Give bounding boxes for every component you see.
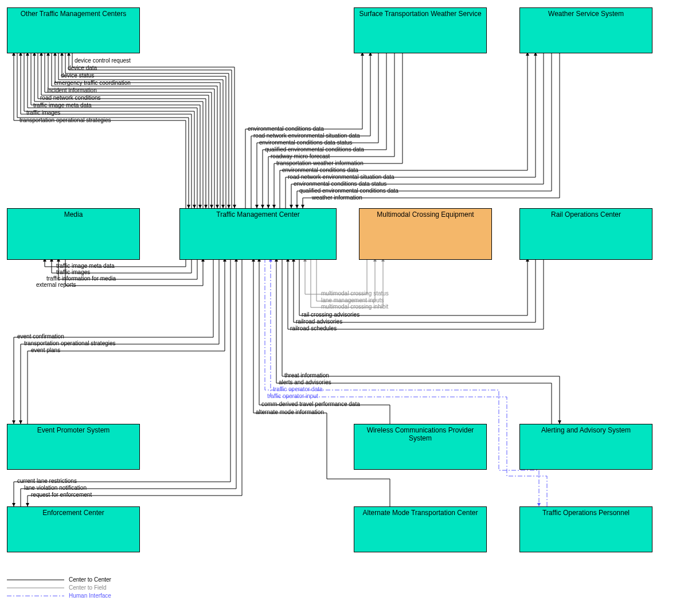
box-aas-label: Alerting and Advisory System bbox=[541, 426, 631, 434]
box-stws[interactable]: Surface Transportation Weather Service bbox=[354, 7, 487, 53]
flow-aas-ti: threat information bbox=[284, 372, 329, 379]
flow-otmc-rnc: road network conditions bbox=[40, 95, 101, 101]
flow-otmc-ti: traffic images bbox=[26, 110, 60, 116]
legend-c2c: Center to Center bbox=[69, 576, 111, 583]
flow-wss-ecds: environmental conditions data status bbox=[294, 181, 386, 187]
flow-wss-qecd: qualified environmental conditions data bbox=[299, 188, 398, 194]
flow-wss-rnes: road network environmental situation dat… bbox=[288, 174, 394, 180]
flow-mce-mms: multimodal crossing status bbox=[321, 290, 389, 297]
box-tmc-label: Traffic Management Center bbox=[216, 210, 299, 219]
flow-ec-rfe: request for enforcement bbox=[31, 492, 92, 498]
flow-ec-clr: current lane restrictions bbox=[17, 478, 77, 484]
flow-otmc-ii: incident information bbox=[47, 87, 97, 93]
flow-roc-rca: rail crossing advisories bbox=[302, 311, 359, 318]
box-amtc[interactable]: Alternate Mode Transportation Center bbox=[354, 506, 487, 552]
flow-otmc-dcr: device control request bbox=[75, 57, 131, 64]
flow-stws-qecd: qualified environmental conditions data bbox=[265, 146, 364, 153]
flow-top-tod: traffic operator data bbox=[273, 386, 323, 392]
box-media-label: Media bbox=[64, 210, 83, 219]
flow-otmc-ds: device status bbox=[61, 72, 94, 79]
box-top[interactable]: Traffic Operations Personnel bbox=[519, 506, 652, 552]
flow-eps-tos: transportation operational strategies bbox=[24, 340, 116, 346]
box-roc-label: Rail Operations Center bbox=[551, 210, 621, 219]
box-wss-label: Weather Service System bbox=[548, 10, 624, 18]
box-ec-label: Enforcement Center bbox=[42, 509, 104, 517]
box-tmc[interactable]: Traffic Management Center bbox=[179, 208, 337, 260]
flow-roc-rs: railroad schedules bbox=[290, 325, 337, 332]
box-eps-label: Event Promoter System bbox=[37, 426, 110, 434]
flow-top-toi: traffic operator input bbox=[267, 393, 318, 399]
box-aas[interactable]: Alerting and Advisory System bbox=[519, 424, 652, 470]
flow-otmc-tos: transportation operational strategies bbox=[19, 117, 111, 123]
flow-media-tifm: traffic information for media bbox=[46, 275, 116, 282]
box-eps[interactable]: Event Promoter System bbox=[7, 424, 140, 470]
flow-stws-twi: transportation weather information bbox=[276, 160, 364, 166]
flow-media-tim: traffic image meta data bbox=[56, 263, 115, 269]
box-wcps-label: Wireless Communications Provider System bbox=[367, 426, 474, 442]
flow-otmc-tim: traffic image meta data bbox=[33, 102, 92, 108]
flow-media-er: external reports bbox=[36, 282, 76, 288]
box-media[interactable]: Media bbox=[7, 208, 140, 260]
flow-mce-mmi: multimodal crossing inhibit bbox=[321, 303, 388, 310]
box-otmc[interactable]: Other Traffic Management Centers bbox=[7, 7, 140, 53]
box-stws-label: Surface Transportation Weather Service bbox=[359, 10, 481, 18]
box-mce[interactable]: Multimodal Crossing Equipment bbox=[359, 208, 492, 260]
flow-stws-rnes: road network environmental situation dat… bbox=[253, 132, 360, 139]
box-mce-label: Multimodal Crossing Equipment bbox=[377, 210, 474, 219]
flow-wss-ec: environmental conditions data bbox=[282, 167, 358, 173]
flow-stws-ecds: environmental conditions data status bbox=[259, 139, 352, 146]
box-roc[interactable]: Rail Operations Center bbox=[519, 208, 652, 260]
flow-otmc-dd: device data bbox=[68, 65, 97, 71]
box-wcps[interactable]: Wireless Communications Provider System bbox=[354, 424, 487, 470]
flow-amtc-ami: alternate mode information bbox=[256, 409, 324, 415]
flow-mce-lmi: lane management inputs bbox=[321, 297, 384, 303]
flow-roc-ra: railroad advisories bbox=[296, 318, 342, 325]
legend-c2f: Center to Field bbox=[69, 584, 107, 591]
flow-wss-wi: weather information bbox=[312, 194, 362, 201]
box-top-label: Traffic Operations Personnel bbox=[542, 509, 630, 517]
flow-stws-ec: environmental conditions data bbox=[248, 126, 324, 132]
flow-eps-ec: event confirmation bbox=[17, 333, 64, 340]
flow-ec-lvn: lane violation notification bbox=[24, 485, 87, 491]
box-ec[interactable]: Enforcement Center bbox=[7, 506, 140, 552]
flow-media-ti: traffic images bbox=[56, 269, 90, 275]
box-wss[interactable]: Weather Service System bbox=[519, 7, 652, 53]
flow-wcps-cd: comm-derived travel performance data bbox=[261, 401, 360, 407]
flow-eps-ep: event plans bbox=[31, 347, 60, 353]
flow-aas-aa: alerts and advisories bbox=[279, 379, 331, 385]
box-amtc-label: Alternate Mode Transportation Center bbox=[363, 509, 478, 517]
flow-otmc-etc: emergency traffic coordination bbox=[54, 80, 131, 86]
box-otmc-label: Other Traffic Management Centers bbox=[21, 10, 127, 18]
flow-stws-rmf: roadway micro forecast bbox=[271, 153, 330, 159]
legend-hi: Human Interface bbox=[69, 592, 111, 599]
